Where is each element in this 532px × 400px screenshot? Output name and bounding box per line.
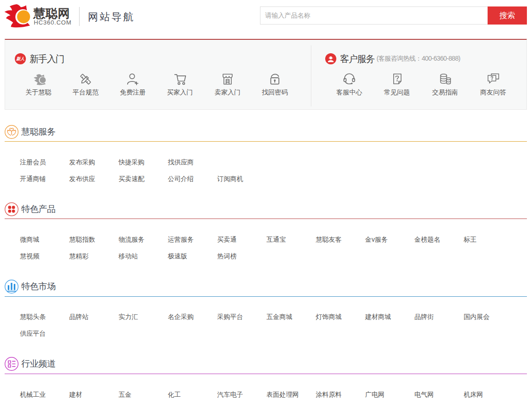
svg-text:新人: 新人 (16, 56, 25, 61)
